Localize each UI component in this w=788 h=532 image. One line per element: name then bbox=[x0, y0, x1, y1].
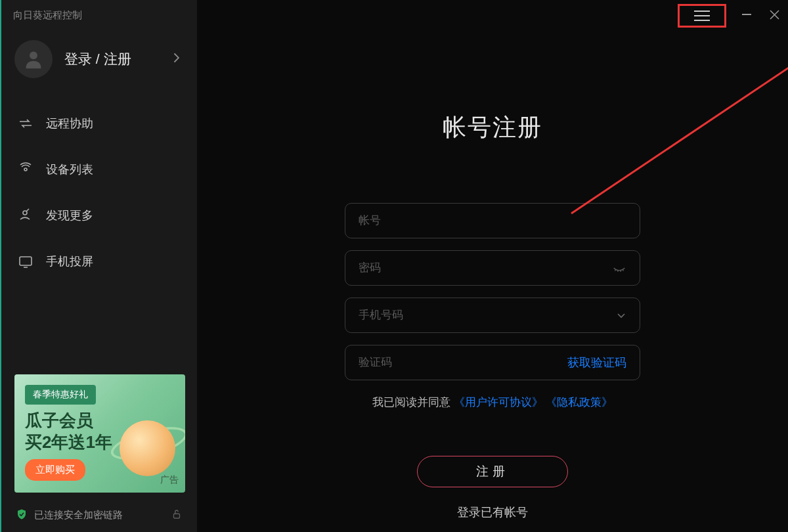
account-input[interactable] bbox=[359, 214, 626, 227]
minimize-button[interactable] bbox=[733, 3, 760, 26]
cast-icon bbox=[17, 253, 34, 270]
promo-ad-tag: 广告 bbox=[160, 474, 179, 486]
get-code-button[interactable]: 获取验证码 bbox=[567, 355, 626, 370]
code-field-wrap: 获取验证码 bbox=[345, 345, 640, 380]
app-title: 向日葵远程控制 bbox=[1, 0, 197, 28]
lock-icon[interactable] bbox=[171, 508, 183, 522]
chevron-right-icon bbox=[173, 53, 180, 66]
window-controls bbox=[678, 0, 788, 29]
shield-check-icon bbox=[16, 508, 28, 522]
nav-device-list[interactable]: 设备列表 bbox=[1, 146, 197, 192]
sidebar: 向日葵远程控制 登录 / 注册 远程协助 设备列表 bbox=[0, 0, 197, 532]
hamburger-icon bbox=[694, 15, 710, 16]
svg-point-1 bbox=[24, 168, 27, 171]
account-field-wrap bbox=[345, 203, 640, 238]
svg-rect-4 bbox=[174, 514, 180, 518]
menu-button[interactable] bbox=[678, 4, 726, 28]
login-register-row[interactable]: 登录 / 注册 bbox=[1, 28, 197, 94]
nav-label: 手机投屏 bbox=[46, 254, 93, 269]
promo-buy-button[interactable]: 立即购买 bbox=[25, 459, 85, 481]
nav-discover[interactable]: 发现更多 bbox=[1, 192, 197, 238]
status-text: 已连接安全加密链路 bbox=[34, 509, 123, 521]
status-bar: 已连接安全加密链路 bbox=[1, 498, 197, 532]
close-button[interactable] bbox=[760, 3, 788, 26]
swap-icon bbox=[17, 115, 34, 132]
nav-label: 发现更多 bbox=[46, 208, 93, 223]
promo-badge: 春季特惠好礼 bbox=[25, 385, 96, 405]
register-form: 帐号注册 获 bbox=[345, 112, 640, 520]
eye-closed-icon[interactable] bbox=[612, 261, 626, 275]
register-button[interactable]: 注册 bbox=[417, 456, 568, 487]
close-icon bbox=[770, 10, 779, 20]
avatar bbox=[14, 40, 53, 78]
password-input[interactable] bbox=[359, 261, 612, 275]
promo-decoration bbox=[120, 420, 175, 476]
chevron-down-icon[interactable] bbox=[616, 310, 626, 321]
user-icon bbox=[22, 48, 45, 70]
radar-icon bbox=[17, 161, 34, 178]
agree-row: 我已阅读并同意 《用户许可协议》 《隐私政策》 bbox=[372, 395, 613, 410]
password-field-wrap bbox=[345, 250, 640, 286]
nav-screen-cast[interactable]: 手机投屏 bbox=[1, 238, 197, 284]
agree-prefix: 我已阅读并同意 bbox=[372, 396, 450, 409]
login-register-label: 登录 / 注册 bbox=[64, 50, 173, 68]
svg-rect-3 bbox=[20, 257, 32, 265]
privacy-link[interactable]: 《隐私政策》 bbox=[546, 396, 613, 409]
promo-banner[interactable]: 春季特惠好礼 瓜子会员买2年送1年 立即购买 广告 bbox=[14, 374, 185, 493]
login-existing-link[interactable]: 登录已有帐号 bbox=[457, 504, 528, 520]
nav: 远程协助 设备列表 发现更多 手机投屏 bbox=[1, 94, 197, 284]
phone-field-wrap bbox=[345, 298, 640, 333]
code-input[interactable] bbox=[359, 356, 567, 369]
nav-remote-assist[interactable]: 远程协助 bbox=[1, 100, 197, 146]
main-content: 帐号注册 获 bbox=[197, 0, 788, 532]
phone-input[interactable] bbox=[359, 309, 616, 322]
license-link[interactable]: 《用户许可协议》 bbox=[454, 396, 543, 409]
form-title: 帐号注册 bbox=[443, 112, 542, 144]
satellite-icon bbox=[17, 207, 34, 224]
nav-label: 远程协助 bbox=[46, 116, 93, 131]
svg-point-0 bbox=[30, 51, 37, 59]
nav-label: 设备列表 bbox=[46, 162, 93, 177]
